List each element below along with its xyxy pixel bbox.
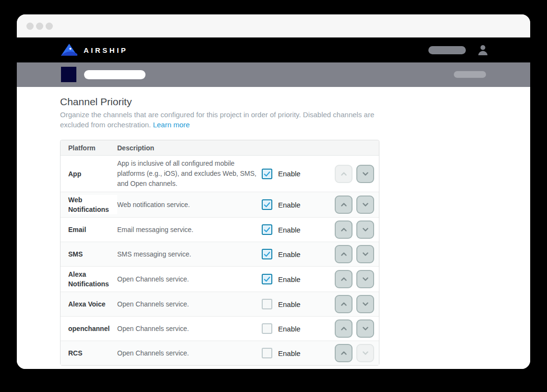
move-up-button[interactable]	[335, 319, 353, 338]
platform-description: SMS messaging service.	[117, 249, 262, 259]
channel-priority-table: Platform Description App App is inclusiv…	[60, 140, 379, 366]
chevron-up-icon	[339, 299, 349, 309]
platform-description: App is inclusive of all configured mobil…	[117, 159, 262, 189]
enable-label: Enable	[278, 325, 301, 333]
enable-checkbox[interactable]	[262, 169, 272, 179]
platform-cell: Email	[61, 225, 117, 234]
enable-label: Enable	[278, 170, 301, 178]
table-row: Web Notifications Web notification servi…	[61, 192, 379, 217]
move-down-button[interactable]	[356, 220, 374, 239]
move-down-button[interactable]	[356, 270, 374, 288]
move-up-button[interactable]	[335, 344, 353, 362]
platform-name: Web Notifications	[68, 195, 117, 214]
enable-label: Enable	[278, 250, 301, 258]
platform-name: RCS	[68, 348, 83, 358]
chevron-down-icon	[360, 274, 371, 284]
table-body: App App is inclusive of all configured m…	[61, 156, 379, 365]
platform-name: openchannel	[68, 324, 109, 333]
enable-cell: Enable	[262, 199, 335, 210]
platform-cell: Web Notifications	[61, 195, 117, 214]
project-icon-placeholder	[61, 67, 76, 82]
reorder-cell	[335, 295, 379, 313]
table-row: Alexa Voice Open Channels service. Enabl…	[61, 292, 379, 316]
chevron-up-icon	[339, 169, 349, 179]
window-dot	[36, 23, 43, 30]
table-row: RCS Open Channels service. Enable	[61, 341, 379, 365]
move-up-button[interactable]	[335, 196, 353, 214]
move-down-button[interactable]	[356, 319, 374, 338]
table-row: openchannel Open Channels service. Enabl…	[61, 316, 379, 341]
platform-description: Open Channels service.	[117, 274, 262, 284]
platform-description: Open Channels service.	[117, 299, 262, 309]
enable-label: Enable	[278, 226, 301, 234]
table-row: SMS SMS messaging service. Enable	[61, 242, 379, 266]
platform-cell: Alexa Voice	[61, 299, 117, 309]
move-up-button[interactable]	[335, 270, 353, 288]
enable-label: Enable	[278, 275, 301, 283]
enable-checkbox[interactable]	[262, 323, 272, 334]
move-up-button[interactable]	[335, 220, 353, 239]
platform-cell: RCS	[61, 348, 117, 358]
reorder-cell	[335, 245, 379, 263]
move-down-button[interactable]	[356, 295, 374, 313]
browser-window: AIRSHIP Channel Priority Organize the ch…	[17, 14, 530, 369]
enable-checkbox[interactable]	[262, 274, 272, 284]
chevron-down-icon	[360, 249, 371, 259]
enable-label: Enable	[278, 349, 301, 357]
platform-name: App	[68, 169, 81, 179]
reorder-cell	[335, 196, 379, 214]
enable-cell: Enable	[262, 249, 335, 259]
main-content: Channel Priority Organize the channels t…	[17, 87, 530, 369]
enable-checkbox[interactable]	[262, 199, 272, 210]
move-down-button[interactable]	[356, 245, 374, 263]
chevron-up-icon	[339, 249, 349, 259]
chevron-down-icon	[360, 199, 371, 210]
enable-checkbox[interactable]	[262, 224, 272, 235]
enable-cell: Enable	[262, 274, 335, 284]
learn-more-link[interactable]: Learn more	[153, 121, 190, 129]
chevron-down-icon	[360, 224, 371, 235]
enable-checkbox[interactable]	[262, 299, 272, 309]
move-down-button[interactable]	[356, 165, 374, 183]
enable-cell: Enable	[262, 224, 335, 235]
chevron-up-icon	[339, 348, 349, 358]
page-description: Organize the channels that are configure…	[60, 110, 375, 130]
airship-logo-icon	[61, 44, 77, 56]
user-avatar-icon[interactable]	[477, 44, 489, 56]
top-navbar: AIRSHIP	[17, 37, 530, 62]
reorder-cell	[335, 344, 379, 362]
move-up-button[interactable]	[335, 165, 353, 183]
move-up-button[interactable]	[335, 295, 353, 313]
platform-cell: openchannel	[61, 324, 117, 333]
brand-name: AIRSHIP	[84, 46, 128, 54]
move-down-button[interactable]	[356, 344, 374, 362]
move-down-button[interactable]	[356, 196, 374, 214]
platform-name: Email	[68, 225, 86, 234]
table-row: Alexa Notifications Open Channels servic…	[61, 266, 379, 292]
enable-checkbox[interactable]	[262, 348, 272, 358]
reorder-cell	[335, 319, 379, 338]
enable-label: Enable	[278, 300, 301, 308]
column-header-platform: Platform	[61, 144, 117, 152]
platform-description: Open Channels service.	[117, 348, 262, 358]
reorder-cell	[335, 165, 379, 183]
enable-checkbox[interactable]	[262, 249, 272, 259]
sub-navbar	[17, 62, 530, 87]
platform-cell: Alexa Notifications	[61, 270, 117, 289]
enable-cell: Enable	[262, 348, 335, 358]
window-dot	[46, 23, 53, 30]
chevron-down-icon	[360, 299, 371, 309]
airship-logo: AIRSHIP	[61, 44, 128, 56]
move-up-button[interactable]	[335, 245, 353, 263]
chevron-up-icon	[339, 323, 349, 334]
page-description-text: Organize the channels that are configure…	[60, 110, 374, 129]
column-header-description: Description	[117, 144, 379, 152]
table-row: Email Email messaging service. Enable	[61, 217, 379, 242]
platform-description: Open Channels service.	[117, 324, 262, 334]
reorder-cell	[335, 220, 379, 239]
table-row: App App is inclusive of all configured m…	[61, 156, 379, 192]
project-title-placeholder	[84, 70, 146, 79]
chevron-down-icon	[360, 348, 371, 358]
nav-menu-placeholder[interactable]	[428, 46, 466, 54]
enable-cell: Enable	[262, 299, 335, 309]
